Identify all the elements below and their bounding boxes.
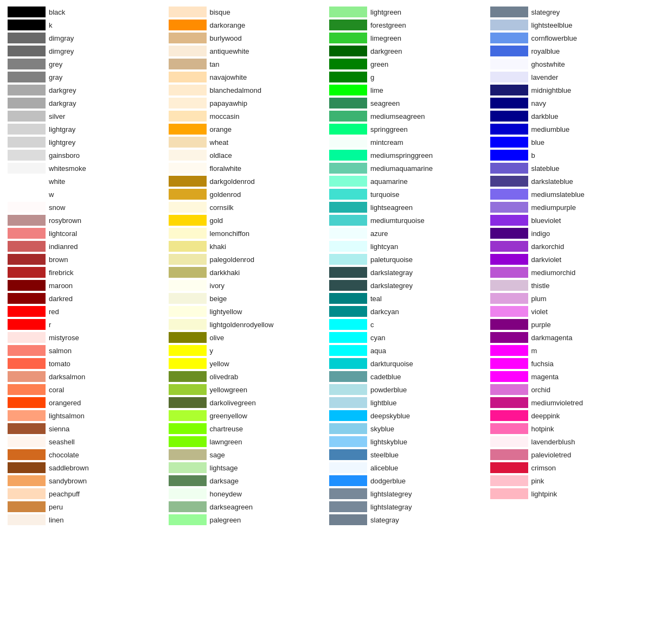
color-row: snow: [5, 201, 166, 214]
color-row: bisque: [166, 5, 328, 18]
color-swatch: [169, 371, 207, 382]
color-row: olive: [166, 331, 328, 344]
color-name: darkgray: [49, 99, 76, 107]
color-row: darkturquoise: [327, 357, 488, 370]
color-name: silver: [49, 112, 65, 120]
color-name: oldlace: [210, 151, 232, 160]
color-name: royalblue: [531, 47, 560, 55]
color-name: burlywood: [210, 34, 242, 42]
color-swatch: [329, 46, 367, 56]
color-row: darkolivegreen: [166, 396, 328, 409]
color-name: darkred: [49, 295, 73, 303]
color-swatch: [329, 449, 367, 460]
color-name: lightseagreen: [370, 203, 413, 212]
color-name: chocolate: [49, 451, 79, 459]
color-swatch: [8, 59, 46, 69]
color-row: honeydew: [166, 487, 328, 500]
color-row: deeppink: [488, 409, 649, 422]
color-swatch: [169, 215, 207, 226]
color-swatch: [8, 254, 46, 265]
color-swatch: [169, 111, 207, 122]
color-name: ivory: [210, 282, 225, 290]
color-swatch: [490, 124, 528, 135]
color-name: lightslategrey: [370, 490, 412, 498]
color-row: cadetblue: [327, 370, 488, 383]
color-name: grey: [49, 60, 62, 68]
color-row: firebrick: [5, 266, 166, 279]
color-row: green: [327, 58, 488, 71]
color-row: steelblue: [327, 448, 488, 461]
color-name: azure: [370, 229, 388, 238]
color-swatch: [169, 332, 207, 343]
color-name: crimson: [531, 464, 556, 472]
color-row: k: [5, 18, 166, 31]
color-swatch: [490, 280, 528, 291]
color-name: slateblue: [531, 164, 560, 173]
color-name: paleturquoise: [370, 256, 413, 264]
color-name: thistle: [531, 282, 550, 290]
color-row: lightcyan: [327, 240, 488, 253]
color-row: m: [488, 344, 649, 357]
color-row: lemonchiffon: [166, 227, 328, 240]
color-row: fuchsia: [488, 357, 649, 370]
color-row: lightgreen: [327, 5, 488, 18]
color-row: darkblue: [488, 110, 649, 123]
color-name: mistyrose: [49, 334, 79, 342]
color-swatch: [8, 150, 46, 161]
color-row: powderblue: [327, 383, 488, 396]
color-name: lemonchiffon: [210, 229, 249, 238]
color-name: purple: [531, 321, 551, 329]
color-swatch: [329, 332, 367, 343]
color-swatch: [329, 306, 367, 317]
color-row: dimgray: [5, 31, 166, 44]
color-name: darkkhaki: [210, 269, 240, 277]
color-swatch: [490, 176, 528, 187]
color-name: hotpink: [531, 425, 554, 433]
color-swatch: [329, 410, 367, 421]
color-swatch: [490, 241, 528, 252]
color-swatch: [169, 189, 207, 200]
color-swatch: [169, 423, 207, 434]
color-row: aquamarine: [327, 175, 488, 188]
color-row: darkslateblue: [488, 175, 649, 188]
color-row: chartreuse: [166, 422, 328, 435]
color-name: tomato: [49, 360, 70, 368]
color-row: thistle: [488, 279, 649, 292]
color-name: darkgoldenrod: [210, 177, 255, 186]
color-row: sienna: [5, 422, 166, 435]
color-swatch: [169, 280, 207, 291]
color-swatch: [169, 124, 207, 135]
color-name: yellow: [210, 360, 229, 368]
color-name: mediumseagreen: [370, 112, 425, 120]
color-swatch: [8, 215, 46, 226]
color-swatch: [169, 241, 207, 252]
color-row: whitesmoke: [5, 162, 166, 175]
color-row: palegoldenrod: [166, 253, 328, 266]
color-name: limegreen: [370, 34, 401, 42]
color-swatch: [490, 20, 528, 30]
color-name: khaki: [210, 243, 226, 251]
color-row: maroon: [5, 279, 166, 292]
color-swatch: [329, 501, 367, 512]
color-name: darkgrey: [49, 86, 76, 94]
color-name: lightyellow: [210, 308, 242, 316]
color-swatch: [8, 163, 46, 174]
color-row: papayawhip: [166, 97, 328, 110]
color-row: darkslategray: [327, 266, 488, 279]
color-name: darkcyan: [370, 308, 399, 316]
color-name: lightsage: [210, 464, 238, 472]
color-swatch: [329, 7, 367, 17]
color-swatch: [169, 254, 207, 265]
color-name: r: [49, 321, 51, 329]
color-row: gainsboro: [5, 149, 166, 162]
color-row: brown: [5, 253, 166, 266]
color-name: red: [49, 308, 59, 316]
color-row: moccasin: [166, 110, 328, 123]
color-row: forestgreen: [327, 18, 488, 31]
color-row: lavender: [488, 71, 649, 84]
color-swatch: [490, 267, 528, 278]
color-row: lightyellow: [166, 305, 328, 318]
color-name: darkorchid: [531, 243, 565, 251]
color-swatch: [329, 150, 367, 161]
color-row: darkviolet: [488, 253, 649, 266]
